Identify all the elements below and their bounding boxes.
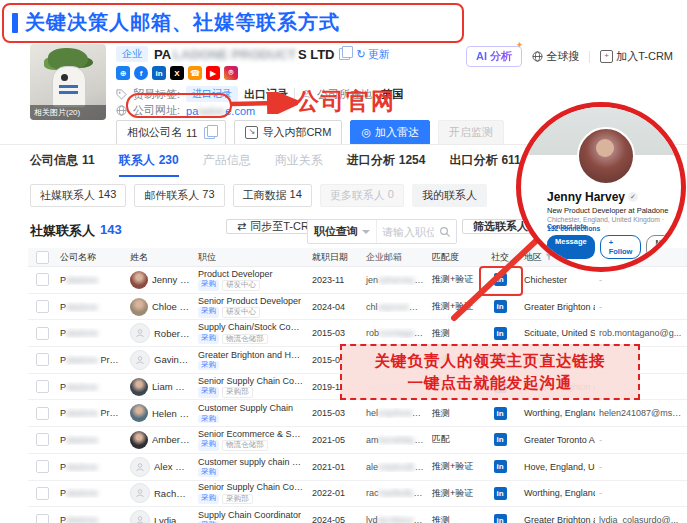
row-checkbox[interactable] xyxy=(36,273,49,286)
social-cell: in xyxy=(480,487,520,500)
subtab-label: 工商数据 xyxy=(243,188,287,203)
search-icon[interactable] xyxy=(439,226,451,238)
social-icon-phone[interactable]: ☎ xyxy=(188,66,202,80)
social-icon-facebook[interactable]: f xyxy=(134,66,148,80)
linkedin-icon[interactable]: in xyxy=(494,487,507,500)
subtab-邮件联系人[interactable]: 邮件联系人73 xyxy=(134,184,224,207)
global-search-button[interactable]: 全球搜 xyxy=(532,49,579,64)
linkedin-icon[interactable]: in xyxy=(494,460,507,473)
table-row[interactable]: PaladoneLydia ColasurdoSupply Chain Coor… xyxy=(28,507,687,523)
tab-公司信息[interactable]: 公司信息11 xyxy=(30,152,95,177)
monitor-button[interactable]: 开启监测 xyxy=(438,120,504,145)
redacted-text: aladone xyxy=(66,435,98,445)
linkedin-icon[interactable]: in xyxy=(494,407,507,420)
subtab-label: 邮件联系人 xyxy=(144,188,199,203)
header-cell: 就职日期 xyxy=(308,251,362,264)
social-icon-x[interactable]: X xyxy=(170,66,184,80)
import-icon: ↘ xyxy=(245,126,258,139)
company-cell: Paladone xyxy=(56,382,126,392)
table-row[interactable]: PaladoneChloe JonesSenior Product Develo… xyxy=(28,294,687,321)
row-checkbox[interactable] xyxy=(36,380,49,393)
row-checkbox[interactable] xyxy=(36,327,49,340)
tab-产品信息[interactable]: 产品信息 xyxy=(203,152,251,177)
message-button[interactable]: Message xyxy=(547,235,595,259)
contact-name-cell: Rachael Kelly xyxy=(126,483,194,503)
linkedin-icon[interactable]: in xyxy=(494,273,507,286)
subtab-工商数据[interactable]: 工商数据14 xyxy=(233,184,312,207)
company-photo[interactable]: 相关图片(20) xyxy=(30,44,106,120)
tab-进口分析[interactable]: 进口分析1254 xyxy=(347,152,426,177)
tab-联系人[interactable]: 联系人230 xyxy=(119,152,179,177)
subtab-label: 更多联系人 xyxy=(330,188,385,203)
social-icon-instagram[interactable]: ⌾ xyxy=(224,66,238,80)
import-record-tag[interactable]: 进口记录 xyxy=(186,86,238,102)
row-checkbox-cell xyxy=(28,273,56,286)
job-tags: 采购 xyxy=(198,415,304,424)
export-record-tag[interactable]: 出口记录 xyxy=(244,87,288,102)
subtab-我的联系人[interactable]: 我的联系人 xyxy=(412,184,487,207)
tab-商业关系[interactable]: 商业关系 xyxy=(275,152,323,177)
dept-tag-blue: 采购 xyxy=(198,307,219,318)
tab-出口分析[interactable]: 出口分析611 xyxy=(449,152,520,177)
job-title: Senior Product Developer xyxy=(198,296,304,306)
position-search-input[interactable] xyxy=(377,226,439,238)
position-query-dropdown[interactable]: 职位查询 xyxy=(308,220,377,243)
refresh-icon: ↻ xyxy=(356,48,365,61)
row-checkbox[interactable] xyxy=(36,407,49,420)
job-tags: 采购物流仓储部 xyxy=(198,334,304,345)
linkedin-icon[interactable]: in xyxy=(494,300,507,313)
join-tcrm-button[interactable]: + 加入T-CRM xyxy=(600,49,673,64)
select-all-checkbox[interactable] xyxy=(36,251,49,264)
extra-email-cell: helen241087@msn... xyxy=(595,408,687,418)
tab-count: 230 xyxy=(159,153,179,167)
start-date-cell: 2015-03 xyxy=(308,408,362,418)
row-checkbox[interactable] xyxy=(36,433,49,446)
company-cell: Paladone xyxy=(56,435,126,445)
tab-label: 商业关系 xyxy=(275,152,323,169)
linkedin-icon[interactable]: in xyxy=(494,327,507,340)
profile-headline: New Product Developer at Paladone xyxy=(547,206,668,215)
similar-companies-button[interactable]: 相似公司名11 xyxy=(116,120,226,145)
table-row[interactable]: PaladoneAmber WhittySenior Ecommerce & S… xyxy=(28,427,687,454)
job-tags: 采购物流仓储部 xyxy=(198,440,304,451)
social-icon-linkedin[interactable]: in xyxy=(152,66,166,80)
row-checkbox[interactable] xyxy=(36,353,49,366)
subtab-社媒联系人[interactable]: 社媒联系人143 xyxy=(30,184,126,207)
social-icon-youtube[interactable]: ▶ xyxy=(206,66,220,80)
table-row[interactable]: PaladoneAlex StylesCustomer supply chain… xyxy=(28,454,687,481)
join-radar-button[interactable]: ◎ 加入雷达 xyxy=(350,120,430,145)
social-icon-web[interactable]: ⊕ xyxy=(116,66,130,80)
match-cell: 推测 xyxy=(428,327,480,340)
row-checkbox[interactable] xyxy=(36,487,49,500)
import-crm-button[interactable]: ↘ 导入内部CRM xyxy=(234,120,342,145)
table-row[interactable]: PaladoneRachael KellySenior Supply Chain… xyxy=(28,481,687,508)
profile-connections: 132 connections xyxy=(547,225,600,232)
update-button[interactable]: ↻更新 xyxy=(356,47,389,62)
match-cell: 推测+验证 xyxy=(428,487,480,500)
row-checkbox[interactable] xyxy=(36,460,49,473)
row-checkbox-cell xyxy=(28,300,56,313)
avatar xyxy=(130,510,150,523)
avatar xyxy=(130,378,148,396)
company-website-link[interactable]: pa ladon e.com xyxy=(186,105,255,117)
dept-tag-blue: 采购 xyxy=(198,468,219,477)
subtab-更多联系人[interactable]: 更多联系人0 xyxy=(320,184,404,207)
page-title: 关键决策人邮箱、社媒等联系方式 xyxy=(12,9,340,36)
contact-name-cell: Chloe Jones xyxy=(126,298,194,316)
ai-analysis-button[interactable]: AI 分析✦ xyxy=(466,46,522,67)
profile-avatar xyxy=(577,127,635,185)
document-icon xyxy=(204,127,215,139)
linkedin-icon[interactable]: in xyxy=(494,514,507,523)
copy-icon[interactable] xyxy=(339,48,350,60)
region-cell: Scituate, United St... xyxy=(520,328,595,338)
row-checkbox[interactable] xyxy=(36,514,49,523)
title-accent-bar xyxy=(12,13,18,33)
extra-email-cell: - xyxy=(595,462,687,472)
follow-button[interactable]: + Follow xyxy=(600,235,642,259)
header-cell: 企业邮箱 xyxy=(362,251,428,264)
linkedin-icon[interactable]: in xyxy=(494,433,507,446)
row-checkbox[interactable] xyxy=(36,300,49,313)
email-cell: helenjohnstoa... xyxy=(362,408,428,418)
person-icon xyxy=(135,355,145,365)
table-row[interactable]: Paladone Produc...Helen JohnstoneCustome… xyxy=(28,400,687,427)
